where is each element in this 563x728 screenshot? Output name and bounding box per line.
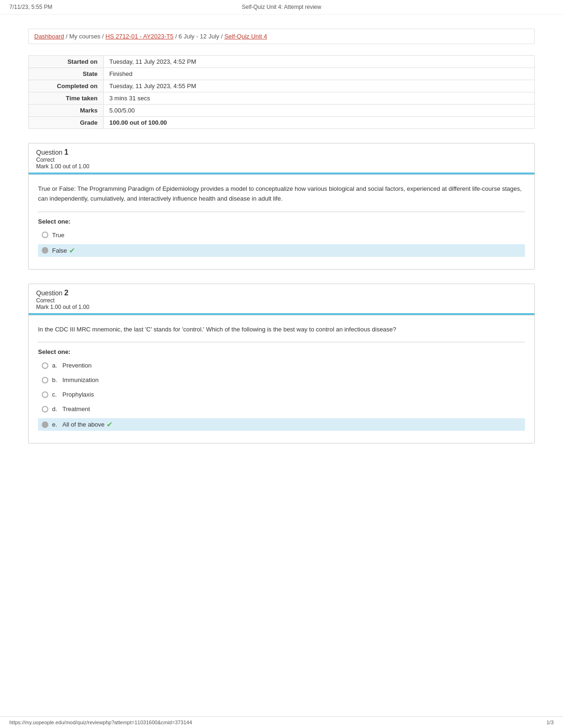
question-number-2: Question 2 [36,289,527,297]
page-title: Self-Quiz Unit 4: Attempt review [242,4,321,10]
select-one-label-1: Select one: [38,218,525,225]
checkmark-icon-2-5: ✔ [107,420,113,429]
option-letter-2-1: a. [52,362,60,369]
question-status-2: Correct [36,297,527,304]
summary-row-marks: Marks 5.00/5.00 [29,105,535,117]
option-label-2-4: Treatment [62,405,90,413]
breadcrumb-sep1: / My courses / [64,33,106,40]
time-taken-value: 3 mins 31 secs [104,92,535,105]
breadcrumb-quiz-link[interactable]: Self-Quiz Unit 4 [224,33,267,40]
footer-url[interactable]: https://my.uopeople.edu/mod/quiz/reviewp… [9,720,192,725]
started-on-value: Tuesday, 11 July 2023, 4:52 PM [104,56,535,68]
radio-icon-2-4 [42,406,48,413]
option-item-2-2[interactable]: b.Immunization [38,375,525,385]
option-letter-2-3: c. [52,391,60,398]
started-on-label: Started on [29,56,104,68]
question-text-2: In the CDC III MRC mnemonic, the last 'C… [38,325,525,335]
option-letter-2-4: d. [52,405,60,413]
summary-row-state: State Finished [29,68,535,80]
marks-value: 5.00/5.00 [104,105,535,117]
question-header-1: Question 1 Correct Mark 1.00 out of 1.00 [29,143,534,173]
options-list-2: a.Preventionb.Immunizationc.Prophylaxisd… [38,360,525,431]
grade-label: Grade [29,117,104,129]
breadcrumb-dashboard-link[interactable]: Dashboard [34,33,64,40]
option-label-2-5: All of the above [62,421,105,428]
question-body-1: True or False: The Programming Paradigm … [29,174,534,269]
radio-icon-1-2 [42,247,48,254]
checkmark-icon-1-2: ✔ [69,246,75,255]
questions-container: Question 1 Correct Mark 1.00 out of 1.00… [28,143,535,443]
radio-icon-1-1 [42,232,48,238]
breadcrumb-sep2: / 6 July - 12 July / [174,33,224,40]
summary-row-time: Time taken 3 mins 31 secs [29,92,535,105]
option-label-1-1: True [52,232,64,239]
option-item-1-2[interactable]: False ✔ [38,244,525,257]
option-label-2-2: Immunization [62,376,99,383]
page-footer: https://my.uopeople.edu/mod/quiz/reviewp… [0,716,563,728]
state-value: Finished [104,68,535,80]
footer-page-number: 1/3 [547,720,554,725]
option-item-1-1[interactable]: True [38,230,525,240]
summary-row-grade: Grade 100.00 out of 100.00 [29,117,535,129]
question-body-2: In the CDC III MRC mnemonic, the last 'C… [29,315,534,443]
question-number-1: Question 1 [36,148,527,157]
completed-on-value: Tuesday, 11 July 2023, 4:55 PM [104,80,535,92]
question-mark-1: Mark 1.00 out of 1.00 [36,163,527,170]
completed-on-label: Completed on [29,80,104,92]
question-mark-2: Mark 1.00 out of 1.00 [36,304,527,310]
option-letter-2-5: e. [52,421,60,428]
summary-table: Started on Tuesday, 11 July 2023, 4:52 P… [28,55,535,129]
time-taken-label: Time taken [29,92,104,105]
grade-value: 100.00 out of 100.00 [104,117,535,129]
datetime-label: 7/11/23, 5:55 PM [9,4,52,10]
option-item-2-4[interactable]: d.Treatment [38,404,525,414]
question-header-2: Question 2 Correct Mark 1.00 out of 1.00 [29,284,534,313]
breadcrumb-course-link[interactable]: HS 2712-01 - AY2023-T5 [106,33,174,40]
option-label-2-1: Prevention [62,362,91,369]
summary-row-completed: Completed on Tuesday, 11 July 2023, 4:55… [29,80,535,92]
option-item-2-5[interactable]: e.All of the above ✔ [38,418,525,431]
question-block-2: Question 2 Correct Mark 1.00 out of 1.00… [28,284,535,444]
radio-icon-2-1 [42,362,48,369]
state-label: State [29,68,104,80]
options-list-1: TrueFalse ✔ [38,230,525,257]
marks-label: Marks [29,105,104,117]
question-status-1: Correct [36,157,527,163]
radio-icon-2-5 [42,421,48,428]
top-bar: 7/11/23, 5:55 PM Self-Quiz Unit 4: Attem… [0,0,563,15]
question-text-1: True or False: The Programming Paradigm … [38,184,525,204]
radio-icon-2-3 [42,391,48,398]
main-content: Dashboard / My courses / HS 2712-01 - AY… [0,15,563,486]
radio-icon-2-2 [42,377,48,383]
option-label-1-2: False [52,247,67,254]
select-one-label-2: Select one: [38,348,525,355]
option-letter-2-2: b. [52,376,60,383]
breadcrumb: Dashboard / My courses / HS 2712-01 - AY… [28,29,535,44]
summary-row-started: Started on Tuesday, 11 July 2023, 4:52 P… [29,56,535,68]
question-block-1: Question 1 Correct Mark 1.00 out of 1.00… [28,143,535,270]
option-item-2-3[interactable]: c.Prophylaxis [38,389,525,400]
option-item-2-1[interactable]: a.Prevention [38,360,525,371]
option-label-2-3: Prophylaxis [62,391,94,398]
